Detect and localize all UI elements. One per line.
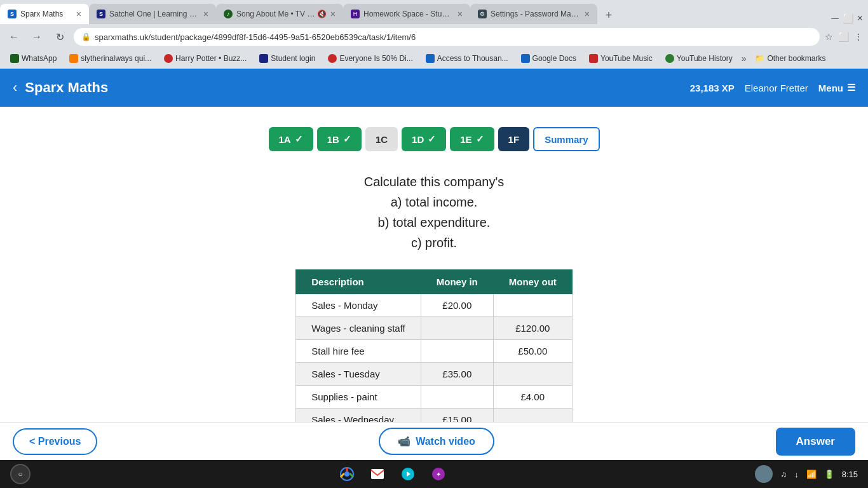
tab-homework-close[interactable]: × xyxy=(458,9,463,19)
svg-rect-2 xyxy=(371,469,384,479)
xp-display: 23,183 XP xyxy=(690,83,735,93)
forward-button[interactable]: → xyxy=(28,28,46,46)
bookmark-youtubemusic[interactable]: YouTube Music xyxy=(584,53,658,64)
tab-song-title: Song About Me • TV Girl xyxy=(236,10,317,18)
bookmark-youtubehistory-label: YouTube History xyxy=(677,54,733,63)
row-money-out: £120.00 xyxy=(493,317,572,340)
menu-button[interactable]: Menu ☰ xyxy=(818,82,855,93)
row-money-in xyxy=(421,317,493,340)
back-icon[interactable]: ‹ xyxy=(13,79,17,96)
restore-button[interactable]: ⬜ xyxy=(843,13,853,24)
bookmark-googledocs-label: Google Docs xyxy=(532,54,576,63)
tab-satchel-close[interactable]: × xyxy=(203,9,208,19)
svg-text:✦: ✦ xyxy=(436,471,441,478)
everyone-icon xyxy=(328,54,337,63)
task-btn-summary[interactable]: Summary xyxy=(533,127,599,151)
bookmark-whatsapp-label: WhatsApp xyxy=(22,54,57,63)
task-btn-1A[interactable]: 1A ✓ xyxy=(269,127,313,151)
reload-button[interactable]: ↻ xyxy=(51,28,69,46)
tab-sparx[interactable]: S Sparx Maths × xyxy=(0,4,89,24)
row-description: Stall hire fee xyxy=(296,340,421,363)
youtubehistory-icon xyxy=(665,54,674,63)
new-tab-button[interactable]: + xyxy=(600,6,618,24)
bookmark-harrypotter[interactable]: Harry Potter • Buzz... xyxy=(159,53,252,64)
task-navigation: 1A ✓ 1B ✓ 1C 1D ✓ 1E ✓ 1F Summary xyxy=(13,119,855,159)
bookmark-googledocs[interactable]: Google Docs xyxy=(516,53,581,64)
task-1D-label: 1D xyxy=(412,134,424,145)
watch-video-button[interactable]: 📹 Watch video xyxy=(379,428,494,455)
row-money-in: £20.00 xyxy=(421,294,493,317)
task-1A-check: ✓ xyxy=(295,133,303,145)
svg-point-1 xyxy=(344,471,349,477)
row-description: Supplies - paint xyxy=(296,386,421,409)
play-taskbar-icon[interactable] xyxy=(398,464,418,484)
taskbar-avatar xyxy=(755,465,773,483)
gmail-taskbar-icon[interactable] xyxy=(367,464,388,484)
tab-homework[interactable]: H Homework Space - StudyX × xyxy=(343,4,470,24)
row-money-out: £4.00 xyxy=(493,386,572,409)
bookmark-access-label: Access to Thousan... xyxy=(437,54,508,63)
settings-favicon: ⚙ xyxy=(478,10,487,18)
bookmark-slytherin-label: slytherinalways qui... xyxy=(81,54,151,63)
address-bar[interactable]: 🔒 sparxmaths.uk/student/package/4899df8f… xyxy=(74,28,820,46)
bookmark-access[interactable]: Access to Thousan... xyxy=(421,53,513,64)
student-icon xyxy=(259,54,268,63)
tab-satchel-title: Satchel One | Learning platfor... xyxy=(109,10,200,18)
video-icon: 📹 xyxy=(398,435,410,447)
tab-settings[interactable]: ⚙ Settings - Password Manager × xyxy=(470,4,597,24)
tab-settings-title: Settings - Password Manager xyxy=(491,10,581,18)
pip-button[interactable]: ⬜ xyxy=(838,32,849,42)
task-1D-check: ✓ xyxy=(428,133,436,145)
extra-taskbar-icon[interactable]: ✦ xyxy=(428,464,449,484)
bookmark-harrypotter-label: Harry Potter • Buzz... xyxy=(175,54,247,63)
bookmark-youtubemusic-label: YouTube Music xyxy=(600,54,653,63)
app-title: Sparx Maths xyxy=(25,79,689,96)
chrome-icon xyxy=(339,466,355,482)
bookmark-whatsapp[interactable]: WhatsApp xyxy=(5,53,62,64)
minimize-button[interactable]: ─ xyxy=(831,13,838,24)
taskbar-right-area: ♫ ↓ 📶 🔋 8:15 xyxy=(755,465,858,483)
taskbar-circle-button[interactable]: ○ xyxy=(10,464,31,484)
row-money-in: £35.00 xyxy=(421,363,493,386)
chrome-taskbar-icon[interactable] xyxy=(337,464,357,484)
task-btn-1B[interactable]: 1B ✓ xyxy=(317,127,362,151)
taskbar-battery-icon: 🔋 xyxy=(824,470,834,479)
task-btn-1F[interactable]: 1F xyxy=(498,127,530,151)
youtubemusic-icon xyxy=(589,54,598,63)
bookmarks-more-arrow[interactable]: » xyxy=(742,53,747,64)
hamburger-icon: ☰ xyxy=(847,82,855,93)
col-header-money-out: Money out xyxy=(493,270,572,294)
task-btn-1E[interactable]: 1E ✓ xyxy=(450,127,494,151)
other-bookmarks[interactable]: 📁 Other bookmarks xyxy=(750,53,831,64)
bookmark-star-button[interactable]: ☆ xyxy=(825,32,833,42)
tab-settings-close[interactable]: × xyxy=(585,9,590,19)
tab-song-close[interactable]: × xyxy=(330,9,336,19)
back-button[interactable]: ← xyxy=(5,28,23,46)
user-name: Eleanor Fretter xyxy=(745,83,808,93)
previous-button[interactable]: < Previous xyxy=(13,428,97,455)
task-btn-1C[interactable]: 1C xyxy=(365,127,398,151)
row-description: Sales - Tuesday xyxy=(296,363,421,386)
folder-icon: 📁 xyxy=(755,54,764,63)
task-1A-label: 1A xyxy=(279,134,291,145)
tab-song[interactable]: ♪ Song About Me • TV Girl 🔇 × xyxy=(216,4,343,24)
tab-sparx-close[interactable]: × xyxy=(76,9,81,19)
task-1E-check: ✓ xyxy=(476,133,484,145)
taskbar-wifi-icon: 📶 xyxy=(806,470,817,479)
bookmark-student[interactable]: Student login xyxy=(254,53,320,64)
whatsapp-icon xyxy=(10,54,19,63)
tab-homework-title: Homework Space - StudyX xyxy=(363,10,454,18)
bookmark-everyone[interactable]: Everyone Is 50% Di... xyxy=(323,53,417,64)
answer-button[interactable]: Answer xyxy=(776,428,855,456)
extra-icon: ✦ xyxy=(431,466,446,482)
bookmark-everyone-label: Everyone Is 50% Di... xyxy=(339,54,412,63)
bookmark-slytherin[interactable]: slytherinalways qui... xyxy=(64,53,156,64)
browser-menu-button[interactable]: ⋮ xyxy=(854,32,863,42)
bookmark-youtubehistory[interactable]: YouTube History xyxy=(660,53,738,64)
close-window-button[interactable]: × xyxy=(857,13,863,24)
row-money-out xyxy=(493,363,572,386)
task-btn-1D[interactable]: 1D ✓ xyxy=(402,127,446,151)
homework-favicon: H xyxy=(351,10,360,18)
tab-satchel[interactable]: S Satchel One | Learning platfor... × xyxy=(89,4,216,24)
question-area: Calculate this company's a) total income… xyxy=(13,159,855,263)
